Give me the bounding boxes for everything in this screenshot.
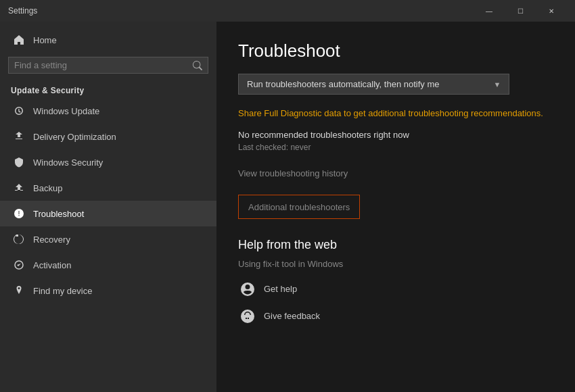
page-title: Troubleshoot bbox=[238, 41, 553, 62]
troubleshoot-mode-dropdown[interactable]: Run troubleshooters automatically, then … bbox=[238, 74, 509, 95]
delivery-optimization-icon bbox=[13, 130, 25, 143]
close-button[interactable]: ✕ bbox=[536, 0, 567, 22]
help-subtitle: Using fix-it tool in Windows bbox=[238, 259, 553, 269]
troubleshoot-label: Troubleshoot bbox=[33, 209, 84, 219]
sidebar-item-delivery-optimization[interactable]: Delivery Optimization bbox=[0, 124, 216, 149]
app-title: Settings bbox=[8, 6, 37, 16]
sidebar-item-windows-update[interactable]: Windows Update bbox=[0, 98, 216, 124]
sidebar-section-title: Update & Security bbox=[0, 79, 216, 98]
home-icon bbox=[13, 34, 25, 46]
titlebar: Settings — ☐ ✕ bbox=[0, 0, 575, 22]
sidebar-item-windows-security[interactable]: Windows Security bbox=[0, 149, 216, 175]
give-feedback-label: Give feedback bbox=[264, 311, 320, 321]
give-feedback-item[interactable]: Give feedback bbox=[238, 307, 553, 326]
sidebar-item-home[interactable]: Home bbox=[0, 27, 216, 53]
sidebar-item-troubleshoot[interactable]: Troubleshoot bbox=[0, 201, 216, 226]
minimize-button[interactable]: — bbox=[474, 0, 505, 22]
sidebar-item-activation[interactable]: Activation bbox=[0, 252, 216, 278]
windows-security-label: Windows Security bbox=[33, 157, 103, 168]
troubleshoot-icon bbox=[13, 207, 25, 220]
content-area: Troubleshoot Run troubleshooters automat… bbox=[216, 22, 575, 392]
sidebar-home-label: Home bbox=[33, 35, 57, 45]
additional-troubleshooters-button[interactable]: Additional troubleshooters bbox=[238, 195, 360, 219]
delivery-optimization-label: Delivery Optimization bbox=[33, 132, 116, 142]
backup-label: Backup bbox=[33, 183, 62, 193]
window-controls: — ☐ ✕ bbox=[474, 0, 567, 22]
activation-label: Activation bbox=[33, 260, 71, 270]
get-help-icon bbox=[238, 280, 257, 299]
sidebar: Home Update & Security Windows Update De… bbox=[0, 22, 216, 392]
diagnostic-link[interactable]: Share Full Diagnostic data to get additi… bbox=[238, 107, 553, 120]
windows-update-label: Windows Update bbox=[33, 106, 99, 116]
troubleshoot-mode-row: Run troubleshooters automatically, then … bbox=[238, 74, 553, 95]
maximize-button[interactable]: ☐ bbox=[505, 0, 536, 22]
view-history-link[interactable]: View troubleshooting history bbox=[238, 168, 553, 178]
backup-icon bbox=[13, 182, 25, 194]
last-checked-text: Last checked: never bbox=[238, 143, 553, 152]
windows-update-icon bbox=[13, 105, 25, 117]
sidebar-search-container bbox=[8, 57, 208, 74]
search-input[interactable] bbox=[14, 60, 193, 70]
windows-security-icon bbox=[13, 156, 25, 168]
recovery-icon bbox=[13, 233, 25, 245]
get-help-item[interactable]: Get help bbox=[238, 280, 553, 299]
sidebar-item-recovery[interactable]: Recovery bbox=[0, 226, 216, 252]
recovery-label: Recovery bbox=[33, 235, 70, 245]
main-layout: Home Update & Security Windows Update De… bbox=[0, 22, 575, 392]
sidebar-item-find-my-device[interactable]: Find my device bbox=[0, 278, 216, 303]
sidebar-item-backup[interactable]: Backup bbox=[0, 175, 216, 201]
help-section-title: Help from the web bbox=[238, 238, 553, 252]
chevron-down-icon: ▼ bbox=[493, 80, 501, 89]
activation-icon bbox=[13, 259, 25, 271]
dropdown-label: Run troubleshooters automatically, then … bbox=[247, 79, 439, 89]
find-my-device-icon bbox=[13, 285, 25, 297]
no-troubleshooters-text: No recommended troubleshooters right now bbox=[238, 130, 553, 140]
get-help-label: Get help bbox=[264, 284, 297, 294]
find-my-device-label: Find my device bbox=[33, 286, 92, 296]
search-icon bbox=[193, 61, 202, 70]
give-feedback-icon bbox=[238, 307, 257, 326]
additional-troubleshooters-label: Additional troubleshooters bbox=[248, 202, 350, 212]
